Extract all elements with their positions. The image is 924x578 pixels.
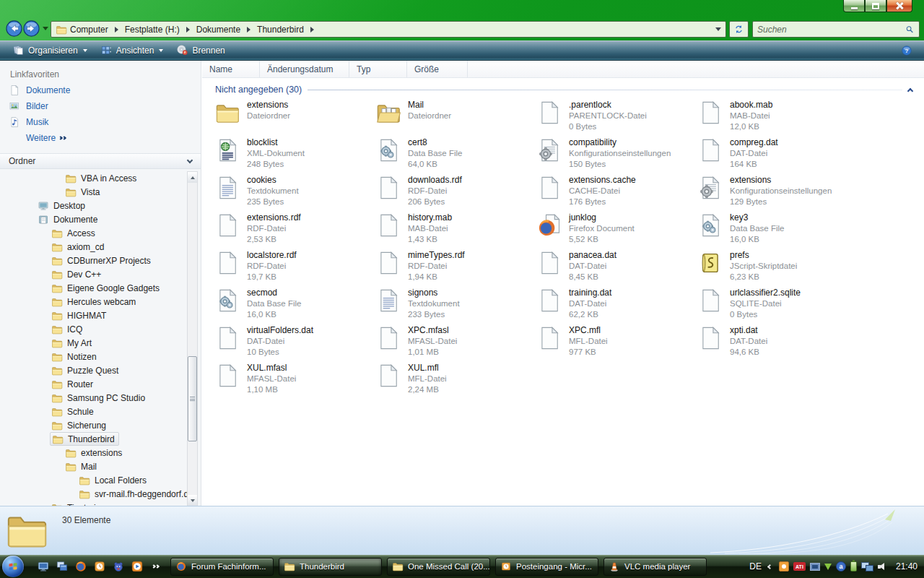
- tree-item[interactable]: CDBurnerXP Projects: [50, 254, 154, 267]
- tree-item[interactable]: VBA in Access: [64, 171, 140, 185]
- file-tile[interactable]: junklog Firefox Document 5,52 KB: [536, 210, 697, 248]
- file-tile[interactable]: virtualFolders.dat DAT-Datei 10 Bytes: [214, 323, 375, 361]
- toolbar-button[interactable]: Brennen: [170, 42, 231, 59]
- toolbar-button[interactable]: Ansichten: [94, 42, 170, 59]
- taskbar-button[interactable]: Thunderbird: [279, 558, 382, 576]
- file-tile[interactable]: signons Textdokument 233 Bytes: [375, 285, 536, 323]
- search-icon[interactable]: [905, 25, 915, 35]
- taskbar-button[interactable]: VLC media player: [603, 558, 707, 576]
- scroll-down-button[interactable]: [188, 495, 197, 506]
- tree-scrollbar[interactable]: [187, 171, 198, 506]
- help-button[interactable]: [901, 45, 912, 56]
- recent-pages-dropdown-icon[interactable]: [43, 27, 48, 30]
- tray-icon[interactable]: [850, 561, 857, 571]
- tray-icon[interactable]: [779, 561, 789, 571]
- file-tile[interactable]: training.dat DAT-Datei 62,2 KB: [536, 285, 697, 323]
- clock[interactable]: 21:40: [896, 561, 918, 571]
- tray-icon[interactable]: [824, 564, 832, 570]
- file-tile[interactable]: secmod Data Base File 16,0 KB: [214, 285, 375, 323]
- maximize-button[interactable]: [865, 0, 886, 12]
- tree-item[interactable]: Desktop: [36, 199, 89, 212]
- tree-item[interactable]: Thunderbird: [50, 432, 119, 446]
- group-label[interactable]: Nicht angegeben (30): [215, 85, 302, 95]
- tray-icon[interactable]: [861, 562, 873, 571]
- quick-launch-button[interactable]: [56, 560, 69, 573]
- tray-icon[interactable]: [878, 562, 889, 571]
- breadcrumb-item[interactable]: Thunderbird: [257, 25, 321, 35]
- tree-item[interactable]: Mail: [64, 460, 100, 473]
- more-link[interactable]: Weitere: [0, 130, 201, 146]
- scroll-up-button[interactable]: [188, 172, 197, 183]
- file-tile[interactable]: cert8 Data Base File 64,0 KB: [375, 135, 536, 173]
- file-tile[interactable]: cookies Textdokument 235 Bytes: [214, 173, 375, 210]
- breadcrumb-item[interactable]: Dokumente: [196, 25, 257, 35]
- file-tile[interactable]: abook.mab MAB-Datei 12,0 KB: [697, 98, 858, 135]
- toolbar-button[interactable]: Organisieren: [6, 42, 94, 59]
- file-tile[interactable]: XPC.mfl MFL-Datei 977 KB: [536, 323, 697, 361]
- tree-item[interactable]: Samsung PC Studio: [50, 391, 149, 405]
- tree-item[interactable]: extensions: [64, 446, 126, 460]
- tray-icon[interactable]: ATI: [793, 562, 806, 571]
- file-tile[interactable]: mimeTypes.rdf RDF-Datei 1,94 KB: [375, 248, 536, 285]
- file-tile[interactable]: compreg.dat DAT-Datei 164 KB: [697, 135, 858, 173]
- chevron-left-icon[interactable]: [767, 564, 772, 569]
- collapse-group-icon[interactable]: [907, 87, 913, 93]
- file-tile[interactable]: .parentlock PARENTLOCK-Datei 0 Bytes: [536, 98, 697, 135]
- file-tile[interactable]: key3 Data Base File 16,0 KB: [697, 210, 858, 248]
- favorite-link[interactable]: Bilder: [0, 98, 201, 114]
- breadcrumb[interactable]: ComputerFestplatte (H:)DokumenteThunderb…: [51, 21, 726, 38]
- search-input[interactable]: [757, 25, 905, 35]
- column-header[interactable]: Größe: [407, 61, 468, 77]
- file-tile[interactable]: XUL.mfasl MFASL-Datei 1,10 MB: [214, 361, 375, 398]
- quick-launch-button[interactable]: [74, 560, 87, 573]
- tree-item[interactable]: Local Folders: [77, 473, 150, 487]
- tree-item[interactable]: Dev C++: [50, 267, 105, 281]
- tree-item[interactable]: Router: [50, 377, 97, 391]
- file-tile[interactable]: XUL.mfl MFL-Datei 2,24 MB: [375, 361, 536, 398]
- file-tile[interactable]: extensions Dateiordner: [214, 98, 375, 135]
- file-tile[interactable]: panacea.dat DAT-Datei 8,45 KB: [536, 248, 697, 285]
- file-tile[interactable]: history.mab MAB-Datei 1,43 KB: [375, 210, 536, 248]
- tree-item[interactable]: Hercules webcam: [50, 295, 139, 309]
- tray-icon[interactable]: a: [836, 561, 846, 571]
- file-tile[interactable]: XPC.mfasl MFASL-Datei 1,01 MB: [375, 323, 536, 361]
- forward-button[interactable]: [22, 20, 40, 38]
- quick-launch-button[interactable]: [131, 560, 144, 573]
- scroll-thumb[interactable]: [188, 356, 197, 441]
- taskbar-button[interactable]: Posteingang - Micr...: [495, 558, 598, 576]
- tree-item[interactable]: Sicherung: [50, 418, 110, 432]
- tree-item[interactable]: HIGHMAT: [50, 309, 110, 322]
- breadcrumb-item[interactable]: Festplatte (H:): [125, 25, 196, 35]
- address-dropdown-icon[interactable]: [715, 27, 721, 31]
- tree-item[interactable]: svr-mail.fh-deggendorf.de: [77, 487, 197, 501]
- tray-icon[interactable]: [810, 563, 820, 571]
- file-tile[interactable]: localstore.rdf RDF-Datei 19,7 KB: [214, 248, 375, 285]
- file-tile[interactable]: extensions Konfigurationseinstellungen 1…: [697, 173, 858, 210]
- taskbar-button[interactable]: Forum Fachinform...: [170, 558, 274, 576]
- tree-item[interactable]: ICQ: [50, 322, 86, 336]
- tree-item[interactable]: Access: [50, 226, 99, 240]
- favorite-link[interactable]: Dokumente: [0, 82, 201, 98]
- close-button[interactable]: [886, 0, 912, 12]
- file-tile[interactable]: prefs JScript-Skriptdatei 6,23 KB: [697, 248, 858, 285]
- favorite-link[interactable]: Musik: [0, 114, 201, 130]
- tree-item[interactable]: Schule: [50, 405, 97, 418]
- file-tile[interactable]: extensions.rdf RDF-Datei 2,53 KB: [214, 210, 375, 248]
- tree-item[interactable]: Dokumente: [36, 212, 101, 226]
- quick-launch-button[interactable]: [112, 560, 125, 573]
- breadcrumb-item[interactable]: Computer: [70, 25, 125, 35]
- file-tile[interactable]: xpti.dat DAT-Datei 94,6 KB: [697, 323, 858, 361]
- file-tile[interactable]: blocklist XML-Dokument 248 Bytes: [214, 135, 375, 173]
- tree-item[interactable]: My Art: [50, 336, 95, 350]
- column-header[interactable]: Typ: [349, 61, 407, 77]
- tree-item[interactable]: Notizen: [50, 350, 100, 363]
- quick-launch-button[interactable]: [93, 560, 106, 573]
- folders-header[interactable]: Ordner: [0, 153, 201, 169]
- taskbar-button[interactable]: One Missed Call (20...: [387, 558, 490, 576]
- file-tile[interactable]: urlclassifier2.sqlite SQLITE-Datei 0 Byt…: [697, 285, 858, 323]
- file-tile[interactable]: compatibility Konfigurationseinstellunge…: [536, 135, 697, 173]
- tree-item[interactable]: Puzzle Quest: [50, 363, 122, 377]
- file-tile[interactable]: downloads.rdf RDF-Datei 206 Bytes: [375, 173, 536, 210]
- file-tile[interactable]: Mail Dateiordner: [375, 98, 536, 135]
- column-header[interactable]: Änderungsdatum: [260, 61, 349, 77]
